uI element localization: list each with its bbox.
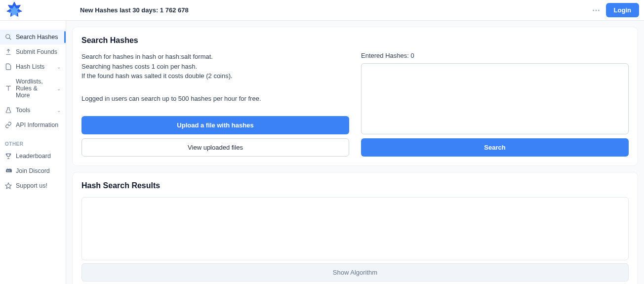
sidebar-item-hash-lists[interactable]: Hash Lists ⌄ <box>0 59 66 74</box>
sidebar-item-label: Join Discord <box>16 167 61 174</box>
star-icon <box>5 182 12 189</box>
topbar: New Hashes last 30 days: 1 762 678 ⋯ Log… <box>0 0 644 21</box>
show-algorithm-button[interactable]: Show Algorithm <box>81 263 629 282</box>
sidebar-item-support[interactable]: Support us! <box>0 178 66 193</box>
search-hashes-card: Search Hashes Search for hashes in hash … <box>72 27 638 166</box>
site-logo-icon[interactable] <box>5 1 24 20</box>
sidebar-item-label: Search Hashes <box>16 34 61 41</box>
sidebar-item-submit-founds[interactable]: Submit Founds <box>0 44 66 59</box>
search-desc-2: Searching hashes costs 1 coin per hash. <box>81 62 349 72</box>
beaker-icon <box>5 107 12 114</box>
upload-file-button[interactable]: Upload a file with hashes <box>81 116 349 134</box>
more-menu-icon[interactable]: ⋯ <box>592 5 600 15</box>
search-left-col: Search for hashes in hash or hash:salt f… <box>81 52 349 157</box>
link-icon <box>5 122 12 128</box>
entered-hashes-label: Entered Hashes: 0 <box>361 52 629 59</box>
search-card-title: Search Hashes <box>81 36 629 45</box>
search-button[interactable]: Search <box>361 138 629 157</box>
sidebar-item-label: Leaderboard <box>16 153 61 160</box>
upload-icon <box>5 48 12 55</box>
svg-point-1 <box>6 35 10 39</box>
chevron-down-icon: ⌄ <box>57 108 61 113</box>
login-button[interactable]: Login <box>606 3 639 17</box>
svg-line-2 <box>9 38 11 40</box>
main-content: Search Hashes Search for hashes in hash … <box>66 21 644 284</box>
sidebar-item-search-hashes[interactable]: Search Hashes <box>0 30 66 44</box>
search-icon <box>5 34 12 41</box>
sidebar-item-leaderboard[interactable]: Leaderboard <box>0 149 66 163</box>
view-uploaded-button[interactable]: View uploaded files <box>81 138 349 157</box>
hash-results-card: Hash Search Results Show Algorithm <box>72 172 638 284</box>
sidebar-item-label: Support us! <box>16 182 61 189</box>
layout: Search Hashes Submit Founds Hash Lists ⌄… <box>0 21 644 284</box>
search-right-col: Entered Hashes: 0 Search <box>361 52 629 157</box>
logo-wrap <box>2 1 27 20</box>
results-title: Hash Search Results <box>81 181 629 190</box>
trophy-icon <box>5 153 12 160</box>
sidebar-item-label: Hash Lists <box>16 63 53 70</box>
search-desc-1: Search for hashes in hash or hash:salt f… <box>81 52 349 62</box>
results-output <box>81 197 629 260</box>
chevron-down-icon: ⌄ <box>57 86 61 91</box>
sidebar: Search Hashes Submit Founds Hash Lists ⌄… <box>0 21 66 284</box>
chevron-down-icon: ⌄ <box>57 64 61 70</box>
file-icon <box>5 63 12 70</box>
sidebar-section-other: OTHER <box>0 138 66 149</box>
svg-marker-3 <box>5 183 11 189</box>
sidebar-item-label: API Information <box>16 122 61 128</box>
search-note: Logged in users can search up to 500 has… <box>81 95 349 102</box>
sidebar-item-label: Wordlists, Rules & More <box>16 78 53 99</box>
search-desc-3: If the found hash was salted it costs do… <box>81 71 349 81</box>
sidebar-item-label: Tools <box>16 107 53 114</box>
sidebar-item-discord[interactable]: Join Discord <box>0 163 66 178</box>
book-icon <box>5 85 12 92</box>
sidebar-item-api-info[interactable]: API Information <box>0 118 66 132</box>
sidebar-item-wordlists[interactable]: Wordlists, Rules & More ⌄ <box>0 74 66 103</box>
sidebar-item-tools[interactable]: Tools ⌄ <box>0 103 66 118</box>
discord-icon <box>5 167 12 174</box>
sidebar-item-label: Submit Founds <box>16 48 61 55</box>
hashes-input[interactable] <box>361 63 629 134</box>
new-hashes-stat: New Hashes last 30 days: 1 762 678 <box>80 6 189 14</box>
